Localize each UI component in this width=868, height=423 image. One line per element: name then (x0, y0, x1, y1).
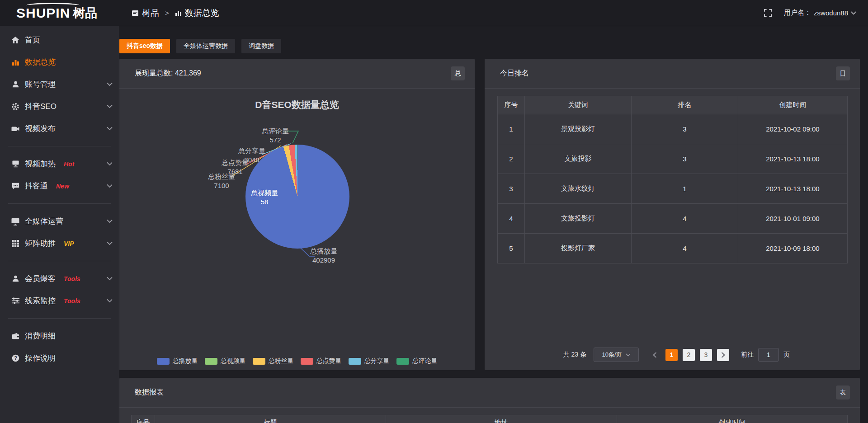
legend-item-plays[interactable]: 总播放量 (157, 357, 198, 365)
chevron-down-icon (626, 353, 631, 357)
chevron-down-icon (107, 184, 113, 188)
ranking-table: 序号 关键词 排名 创建时间 1 景观投影灯 3 2021-10-02 09:0… (497, 96, 848, 263)
tools-badge: Tools (64, 297, 80, 305)
report-icon (132, 9, 139, 17)
chat-icon (11, 182, 20, 191)
hot-badge: Hot (64, 160, 74, 168)
legend-swatch (396, 358, 409, 365)
report-panel: 数据报表 表 序号 标题 地址 创建时间 1 景观投影灯，夜游景观投影灯厂家展示… (119, 378, 860, 423)
tab-douyin-seo-data[interactable]: 抖音seo数据 (119, 39, 170, 53)
bar-chart-icon (11, 58, 20, 67)
legend-swatch (301, 358, 313, 365)
legend-item-comments[interactable]: 总评论量 (396, 357, 438, 365)
sidebar-item-doketong[interactable]: 抖客通 New (0, 175, 119, 197)
user-menu[interactable]: 用户名： zswodun88 (784, 9, 856, 17)
legend-swatch (349, 358, 361, 365)
legend-item-likes[interactable]: 总点赞量 (301, 357, 342, 365)
bar-chart-icon (175, 9, 182, 16)
new-badge: New (56, 183, 69, 190)
table-view-button[interactable]: 表 (836, 385, 850, 400)
sidebar-item-member-baoke[interactable]: 会员爆客 Tools (0, 268, 119, 290)
chevron-down-icon (107, 299, 113, 303)
table-row: 3 文旅水纹灯 1 2021-10-13 18:00 (498, 174, 848, 204)
chevron-down-icon (107, 241, 113, 245)
chevron-down-icon (107, 277, 113, 281)
video-camera-icon (11, 124, 20, 133)
breadcrumb-separator: > (165, 9, 169, 17)
sidebar-divider (8, 261, 111, 261)
sidebar-item-clue-monitor[interactable]: 线索监控 Tools (0, 290, 119, 312)
tools-badge: Tools (64, 275, 80, 282)
sidebar-item-instructions[interactable]: ? 操作说明 (0, 347, 119, 369)
pie-chart: D音SEO数据量总览 总评论量572 总分享量3049 总点赞量7681 总粉丝… (119, 89, 475, 370)
breadcrumb-current[interactable]: 数据总览 (175, 7, 219, 19)
legend-item-videos[interactable]: 总视频量 (205, 357, 246, 365)
overview-panel: 展现量总数: 421,369 总 D音SEO数据量总览 总评论量572 总分享量… (119, 59, 475, 370)
sidebar-item-account[interactable]: 账号管理 (0, 73, 119, 95)
goto-page: 前往 页 (741, 348, 790, 362)
sidebar-item-consumption-detail[interactable]: 消费明细 (0, 325, 119, 347)
home-icon (11, 36, 20, 45)
pagination-total: 共 23 条 (563, 351, 586, 359)
logo-arc (26, 3, 80, 8)
chevron-right-icon (721, 352, 725, 358)
sidebar-item-video-heat[interactable]: 视频加热 Hot (0, 153, 119, 175)
sliders-icon (11, 296, 20, 306)
breadcrumb-root[interactable]: 树品 (132, 7, 159, 19)
table-header-row: 序号 关键词 排名 创建时间 (498, 96, 848, 114)
member-icon (11, 274, 20, 283)
page-button-2[interactable]: 2 (683, 349, 695, 361)
chevron-down-icon (107, 219, 113, 223)
main-content: 抖音seo数据 全媒体运营数据 询盘数据 展现量总数: 421,369 总 D音… (119, 26, 868, 423)
pie-label-fans: 总粉丝量7100 (208, 172, 235, 190)
page-button-3[interactable]: 3 (700, 349, 712, 361)
page-size-select[interactable]: 10条/页 (594, 348, 639, 362)
table-row: 2 文旅投影 3 2021-10-13 18:00 (498, 144, 848, 174)
overview-panel-header: 展现量总数: 421,369 总 (119, 59, 475, 89)
sidebar-divider (8, 318, 111, 319)
chevron-down-icon (851, 11, 856, 15)
app-logo: SHUPIN 树品 (0, 5, 119, 21)
chevron-down-icon (107, 127, 113, 131)
tab-media-operation-data[interactable]: 全媒体运营数据 (176, 39, 235, 53)
legend-item-fans[interactable]: 总粉丝量 (253, 357, 294, 365)
legend-swatch (157, 358, 170, 365)
total-view-button[interactable]: 总 (451, 66, 465, 80)
sidebar: 首页 数据总览 账号管理 抖音SEO 视频发布 视频加热 Hot 抖客通 New… (0, 26, 119, 423)
sidebar-item-home[interactable]: 首页 (0, 29, 119, 51)
chart-legend: 总播放量 总视频量 总粉丝量 总点赞量 总分享量 (119, 357, 475, 365)
tab-inquiry-data[interactable]: 询盘数据 (241, 39, 281, 53)
ranking-panel: 今日排名 日 序号 关键词 排名 创建时间 1 景观投影灯 3 2021-10-… (485, 59, 860, 370)
user-icon (11, 80, 20, 89)
gear-icon (11, 102, 20, 111)
sidebar-divider (8, 203, 111, 204)
sidebar-item-matrix-boost[interactable]: 矩阵助推 VIP (0, 232, 119, 254)
sidebar-item-data-overview[interactable]: 数据总览 (0, 51, 119, 73)
goto-page-input[interactable] (758, 348, 779, 362)
ranking-panel-header: 今日排名 日 (485, 59, 860, 89)
sidebar-divider (8, 146, 111, 146)
chevron-down-icon (107, 82, 113, 86)
report-panel-title: 数据报表 (135, 388, 164, 397)
pie-label-comments: 总评论量572 (262, 127, 289, 145)
username-label: 用户名： (784, 9, 811, 17)
logo-text-cn: 树品 (73, 5, 97, 21)
sidebar-item-video-publish[interactable]: 视频发布 (0, 118, 119, 140)
report-panel-header: 数据报表 表 (119, 378, 860, 408)
day-view-button[interactable]: 日 (836, 66, 850, 80)
prev-page-button[interactable] (649, 349, 660, 361)
vip-badge: VIP (64, 240, 74, 247)
fullscreen-icon[interactable] (764, 9, 772, 17)
grid-icon (11, 239, 20, 248)
next-page-button[interactable] (717, 349, 729, 361)
legend-item-shares[interactable]: 总分享量 (349, 357, 390, 365)
sidebar-item-douyin-seo[interactable]: 抖音SEO (0, 95, 119, 118)
legend-swatch (253, 358, 265, 365)
sidebar-item-media-operation[interactable]: 全媒体运营 (0, 210, 119, 232)
pie-label-videos: 总视频量58 (251, 188, 278, 207)
chevron-left-icon (653, 352, 657, 358)
report-table: 序号 标题 地址 创建时间 1 景观投影灯，夜游景观投影灯厂家展示展示落花灯在花… (131, 415, 848, 423)
username-value: zswodun88 (814, 9, 848, 17)
page-button-1[interactable]: 1 (665, 349, 678, 361)
monitor-icon (11, 217, 20, 226)
